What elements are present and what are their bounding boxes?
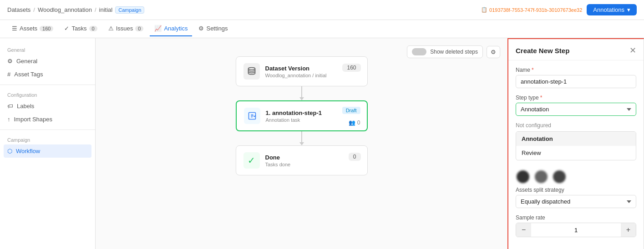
not-configured-group: Not configured Annotation Review xyxy=(516,122,636,160)
not-configured-label: Not configured xyxy=(516,122,636,129)
panel-close-button[interactable]: ✕ xyxy=(629,45,636,55)
sidebar-item-general[interactable]: ⚙ General xyxy=(0,55,95,68)
stepper-decrement-button[interactable]: − xyxy=(516,223,531,237)
dataset-node-subtitle: Woodlog_annotation / initial xyxy=(265,73,360,78)
panel-body: Name * Step type * Annotation Review Not… xyxy=(508,60,644,249)
tab-analytics[interactable]: 📈 Analytics xyxy=(150,21,192,36)
hash-icon: # xyxy=(7,71,10,78)
chevron-down-icon: ▾ xyxy=(627,6,630,13)
name-input[interactable] xyxy=(516,75,636,88)
sidebar-item-import-shapes[interactable]: ↑ Import Shapes xyxy=(0,113,95,126)
breadcrumb-datasets[interactable]: Datasets xyxy=(7,6,30,13)
split-strategy-label: Assets split strategy xyxy=(516,187,636,193)
user-count-value: 0 xyxy=(357,120,360,126)
issues-icon: ⚠ xyxy=(108,25,114,32)
sample-rate-label: Sample rate xyxy=(516,214,636,221)
topbar: Datasets / Woodlog_annotation / initial … xyxy=(0,0,644,20)
issues-badge: 0 xyxy=(135,26,143,31)
tab-tasks-label: Tasks xyxy=(71,25,86,32)
step-type-required: * xyxy=(540,95,543,101)
avatars-row xyxy=(516,167,636,187)
sidebar-item-asset-tags[interactable]: # Asset Tags xyxy=(0,68,95,81)
sidebar-divider-2 xyxy=(0,129,95,130)
tab-issues-label: Issues xyxy=(116,25,133,32)
dataset-count: 160 xyxy=(342,64,360,72)
done-node-content: Done Tasks done xyxy=(265,154,360,167)
name-label: Name * xyxy=(516,67,636,73)
dropdown-option-review[interactable]: Review xyxy=(516,146,636,160)
name-required: * xyxy=(532,67,534,73)
import-icon: ↑ xyxy=(7,116,10,123)
sidebar-item-labels[interactable]: 🏷 Labels xyxy=(0,100,95,113)
step-type-label: Step type * xyxy=(516,95,636,101)
arrow-1 xyxy=(299,97,304,100)
navtabs: ☰ Assets 160 ✓ Tasks 0 ⚠ Issues 0 📈 Anal… xyxy=(0,20,644,38)
svg-point-0 xyxy=(248,68,255,70)
sep1: / xyxy=(33,6,35,13)
tasks-icon: ✓ xyxy=(64,25,69,32)
configuration-section-label: Configuration xyxy=(0,89,95,100)
topbar-right: 📋 0193738f-7553-747f-931b-30107673ee32 A… xyxy=(481,4,637,15)
analytics-icon: 📈 xyxy=(154,25,162,32)
breadcrumb-initial[interactable]: initial xyxy=(99,6,113,13)
annotation-icon xyxy=(244,108,260,124)
campaign-section-label: Campaign xyxy=(0,134,95,144)
avatar-3 xyxy=(552,169,567,184)
annotation-user-count: 👥 0 xyxy=(349,120,360,126)
connector-2 xyxy=(301,131,302,142)
sidebar-asset-tags-label: Asset Tags xyxy=(14,71,43,78)
draft-badge: Draft xyxy=(342,107,360,114)
sidebar-labels-label: Labels xyxy=(17,103,34,110)
dataset-count-badge: 160 xyxy=(342,63,360,71)
node-done[interactable]: ✓ Done Tasks done 0 xyxy=(236,145,368,175)
breadcrumb: Datasets / Woodlog_annotation / initial … xyxy=(7,6,144,14)
sidebar-general-label: General xyxy=(16,58,37,65)
assets-icon: ☰ xyxy=(12,25,17,32)
step-type-select[interactable]: Annotation Review xyxy=(516,103,636,116)
panel-title: Create New Step xyxy=(516,47,569,55)
annotations-button[interactable]: Annotations ▾ xyxy=(587,4,637,15)
done-icon-container: ✓ xyxy=(243,152,260,169)
dropdown-option-annotation[interactable]: Annotation xyxy=(516,132,636,146)
users-icon: 👥 xyxy=(349,120,355,126)
tab-analytics-label: Analytics xyxy=(164,25,188,32)
split-strategy-select[interactable]: Equally dispatched Random Sequential xyxy=(516,195,636,208)
node-annotation-step[interactable]: 1. annotation-step-1 Annotation task Dra… xyxy=(236,100,368,131)
panel-header: Create New Step ✕ xyxy=(508,39,644,60)
copy-id-value: 0193738f-7553-747f-931b-30107673ee32 xyxy=(489,7,582,13)
copy-icon: 📋 xyxy=(481,7,487,13)
main-layout: General ⚙ General # Asset Tags Configura… xyxy=(0,38,644,249)
tasks-badge: 0 xyxy=(89,26,97,31)
workflow-icon: ⬡ xyxy=(7,148,12,154)
stepper-value-input[interactable] xyxy=(531,224,620,236)
tab-tasks[interactable]: ✓ Tasks 0 xyxy=(60,21,101,36)
show-deleted-label: Show deleted steps xyxy=(430,49,478,55)
done-node-subtitle: Tasks done xyxy=(265,162,360,167)
settings-icon: ⚙ xyxy=(198,25,204,32)
sidebar-workflow-label: Workflow xyxy=(16,148,40,154)
label-icon: 🏷 xyxy=(7,103,13,110)
sep2: / xyxy=(95,6,96,13)
name-form-group: Name * xyxy=(516,67,636,88)
sample-rate-stepper: − + xyxy=(516,223,636,237)
sidebar-item-workflow[interactable]: ⬡ Workflow xyxy=(4,144,91,158)
workflow-nodes: Dataset Version Woodlog_annotation / ini… xyxy=(236,56,368,175)
done-node-title: Done xyxy=(265,154,360,161)
canvas-gear-button[interactable]: ⚙ xyxy=(487,46,500,58)
tab-settings[interactable]: ⚙ Settings xyxy=(194,21,232,36)
dropdown-list: Annotation Review xyxy=(516,131,636,160)
avatar-1 xyxy=(516,169,530,184)
connector-1 xyxy=(301,86,302,97)
node-dataset-version[interactable]: Dataset Version Woodlog_annotation / ini… xyxy=(236,56,368,86)
breadcrumb-annotation[interactable]: Woodlog_annotation xyxy=(38,6,92,13)
tab-assets-label: Assets xyxy=(20,25,37,32)
tab-assets[interactable]: ☰ Assets 160 xyxy=(7,21,58,36)
tab-issues[interactable]: ⚠ Issues 0 xyxy=(104,21,148,36)
show-deleted-toggle[interactable]: Show deleted steps xyxy=(407,45,483,58)
copy-id-button[interactable]: 📋 0193738f-7553-747f-931b-30107673ee32 xyxy=(481,7,582,13)
sidebar-divider-1 xyxy=(0,85,95,85)
stepper-increment-button[interactable]: + xyxy=(621,223,636,237)
tab-settings-label: Settings xyxy=(206,25,228,32)
toggle-switch[interactable] xyxy=(412,48,426,55)
split-strategy-group: Assets split strategy Equally dispatched… xyxy=(516,187,636,208)
